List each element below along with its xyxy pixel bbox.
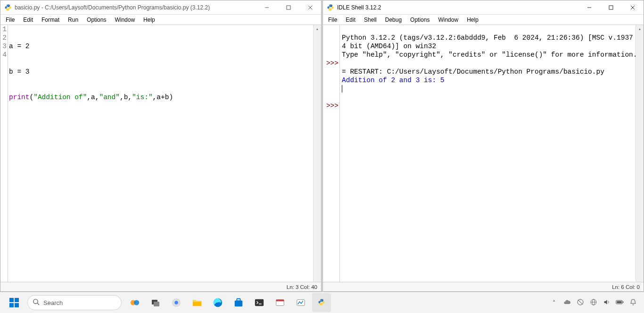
copilot-icon[interactable] [125, 293, 144, 312]
svg-rect-10 [9, 303, 14, 307]
menu-window[interactable]: Window [110, 16, 139, 24]
svg-point-19 [174, 301, 178, 304]
chrome-icon[interactable] [167, 293, 186, 312]
svg-rect-25 [276, 300, 284, 302]
python-banner-help: Type "help", "copyright", "credits" or "… [342, 51, 637, 59]
scroll-up-icon[interactable]: ▴ [636, 25, 644, 33]
svg-line-13 [37, 303, 39, 305]
app-icon[interactable] [271, 293, 289, 312]
maximize-button[interactable] [600, 0, 622, 14]
shell-prompt-gutter: >>> >>> [323, 25, 340, 282]
menu-help[interactable]: Help [139, 16, 159, 24]
shell-text-area[interactable]: >>> >>> Python 3.12.2 (tags/v3.12.2:6abd… [323, 25, 644, 282]
editor-statusbar: Ln: 3 Col: 40 [0, 282, 321, 291]
system-tray: ˄ [550, 298, 640, 307]
shell-statusbar: Ln: 6 Col: 0 [323, 282, 644, 291]
file-explorer-icon[interactable] [188, 293, 206, 312]
svg-rect-23 [255, 299, 264, 306]
prompt-icon: >>> [323, 102, 339, 110]
svg-rect-21 [235, 300, 243, 306]
editor-titlebar[interactable]: basicio.py - C:/Users/Laysoft/Documents/… [0, 0, 321, 15]
taskbar-search[interactable]: Search [27, 295, 122, 310]
editor-text-area[interactable]: 1 2 3 4 a = 2 b = 3 print("Addition of",… [0, 25, 321, 282]
svg-rect-1 [287, 6, 290, 9]
store-icon[interactable] [229, 293, 248, 312]
editor-menubar: File Edit Format Run Options Window Help [0, 15, 321, 25]
minimize-button[interactable] [578, 0, 600, 14]
editor-window: basicio.py - C:/Users/Laysoft/Documents/… [0, 0, 322, 292]
line-number-gutter: 1 2 3 4 [0, 25, 8, 282]
edge-icon[interactable] [208, 293, 227, 312]
notifications-icon[interactable] [629, 298, 637, 307]
shell-titlebar[interactable]: IDLE Shell 3.12.2 [323, 0, 644, 15]
menu-edit[interactable]: Edit [341, 16, 360, 24]
svg-rect-17 [154, 302, 159, 306]
close-button[interactable] [622, 0, 644, 14]
maximize-button[interactable] [278, 0, 299, 14]
task-view-icon[interactable] [146, 293, 165, 312]
shell-content[interactable]: Python 3.12.2 (tags/v3.12.2:6abddd9, Feb… [340, 25, 644, 282]
svg-rect-9 [15, 298, 19, 302]
shell-window: IDLE Shell 3.12.2 File Edit Shell Debug … [322, 0, 644, 292]
language-icon[interactable] [589, 298, 598, 307]
menu-debug[interactable]: Debug [381, 16, 406, 24]
svg-point-12 [33, 299, 38, 304]
taskbar[interactable]: Search ˄ [0, 292, 644, 313]
editor-scrollbar[interactable]: ▴ [313, 25, 321, 282]
svg-line-28 [578, 300, 582, 304]
svg-rect-5 [609, 6, 613, 9]
minimize-button[interactable] [256, 0, 278, 14]
svg-rect-34 [617, 301, 622, 303]
no-network-icon[interactable] [576, 298, 585, 307]
menu-file[interactable]: File [1, 16, 19, 24]
editor-window-controls [256, 0, 321, 14]
svg-rect-22 [237, 299, 240, 301]
terminal-icon[interactable] [250, 293, 269, 312]
text-cursor [342, 85, 342, 93]
code-content[interactable]: a = 2 b = 3 print("Addition of",a,"and",… [8, 25, 321, 282]
program-output: Addition of 2 and 3 is: 5 [342, 76, 445, 84]
onedrive-icon[interactable] [563, 298, 571, 307]
start-button[interactable] [5, 293, 24, 312]
editor-title: basicio.py - C:/Users/Laysoft/Documents/… [15, 4, 256, 11]
python-idle-taskbar-icon[interactable] [312, 293, 331, 312]
menu-options[interactable]: Options [83, 16, 110, 24]
svg-rect-8 [9, 298, 14, 302]
scroll-up-icon[interactable]: ▴ [314, 25, 321, 33]
menu-options[interactable]: Options [406, 16, 434, 24]
volume-icon[interactable] [603, 298, 611, 307]
search-placeholder: Search [43, 299, 63, 306]
shell-menubar: File Edit Shell Debug Options Window Hel… [323, 15, 644, 25]
restart-line: = RESTART: C:/Users/Laysoft/Documents/Py… [342, 68, 604, 76]
shell-scrollbar[interactable]: ▴ [636, 25, 644, 282]
python-file-icon [4, 4, 12, 11]
menu-edit[interactable]: Edit [19, 16, 37, 24]
svg-rect-11 [15, 303, 19, 307]
editor-cursor-position: Ln: 3 Col: 40 [287, 284, 317, 290]
shell-cursor-position: Ln: 6 Col: 0 [612, 284, 640, 290]
shell-title: IDLE Shell 3.12.2 [337, 4, 578, 11]
menu-shell[interactable]: Shell [360, 16, 381, 24]
search-icon [33, 298, 40, 307]
python-banner: Python 3.12.2 (tags/v3.12.2:6abddd9, Feb… [342, 34, 641, 50]
menu-help[interactable]: Help [462, 16, 483, 24]
app-icon-2[interactable] [291, 293, 310, 312]
python-shell-icon [327, 4, 334, 11]
tray-chevron-icon[interactable]: ˄ [550, 299, 558, 306]
svg-rect-33 [623, 301, 624, 303]
close-button[interactable] [299, 0, 321, 14]
svg-point-15 [134, 300, 139, 305]
battery-icon[interactable] [616, 298, 624, 307]
menu-window[interactable]: Window [434, 16, 462, 24]
shell-window-controls [578, 0, 644, 14]
menu-format[interactable]: Format [37, 16, 64, 24]
prompt-icon: >>> [323, 59, 339, 68]
menu-file[interactable]: File [324, 16, 341, 24]
menu-run[interactable]: Run [64, 16, 83, 24]
